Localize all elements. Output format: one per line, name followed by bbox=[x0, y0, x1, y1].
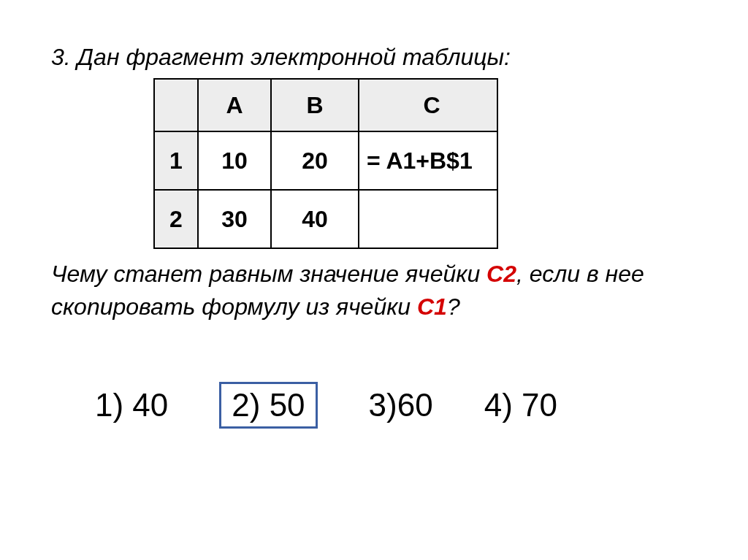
row-label-2: 2 bbox=[154, 190, 198, 248]
cell-b1: 20 bbox=[271, 131, 359, 190]
cell-c1: = A1+B$1 bbox=[359, 131, 497, 190]
tail-text-1: Чему станет равным значение ячейки bbox=[51, 261, 486, 287]
spreadsheet-table-wrap: A B C 1 10 20 = A1+B$1 2 30 40 bbox=[51, 78, 697, 249]
question-intro: 3. Дан фрагмент электронной таблицы: bbox=[51, 44, 697, 71]
answer-1: 1) 40 bbox=[95, 387, 168, 423]
table-header-row: A B C bbox=[154, 79, 497, 131]
header-c: C bbox=[359, 79, 497, 131]
spreadsheet-table: A B C 1 10 20 = A1+B$1 2 30 40 bbox=[153, 78, 498, 249]
table-row: 2 30 40 bbox=[154, 190, 497, 248]
table-row: 1 10 20 = A1+B$1 bbox=[154, 131, 497, 190]
header-b: B bbox=[271, 79, 359, 131]
cell-b2: 40 bbox=[271, 190, 359, 248]
cell-a2: 30 bbox=[198, 190, 271, 248]
header-a: A bbox=[198, 79, 271, 131]
row-label-1: 1 bbox=[154, 131, 198, 190]
answer-2: 2) 50 bbox=[219, 382, 317, 429]
tail-text-3: ? bbox=[447, 294, 460, 320]
cell-c2 bbox=[359, 190, 497, 248]
question-tail: Чему станет равным значение ячейки С2, е… bbox=[51, 258, 697, 323]
cell-ref-c1: С1 bbox=[417, 294, 447, 320]
answer-options: 1) 40 2) 50 3)60 4) 70 bbox=[51, 382, 697, 429]
answer-4: 4) 70 bbox=[484, 387, 557, 423]
cell-ref-c2: С2 bbox=[486, 261, 516, 287]
cell-a1: 10 bbox=[198, 131, 271, 190]
answer-3: 3)60 bbox=[369, 387, 433, 423]
header-blank bbox=[154, 79, 198, 131]
